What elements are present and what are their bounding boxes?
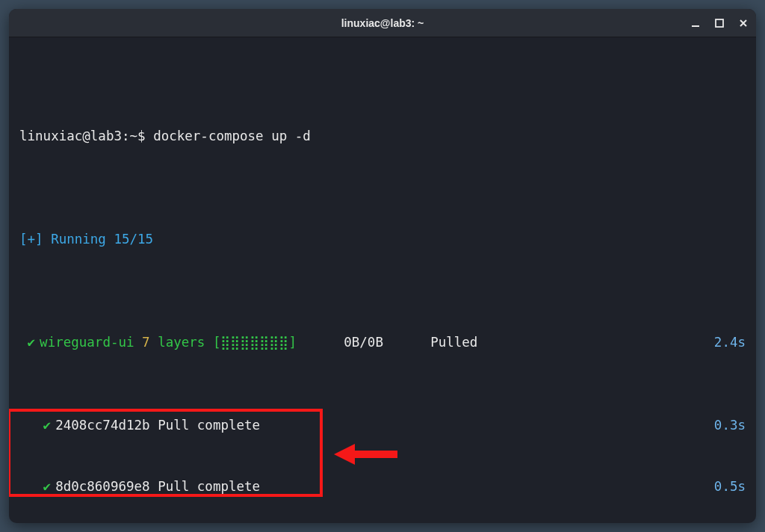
window-controls <box>690 18 749 28</box>
svg-rect-0 <box>692 25 699 27</box>
layer-line: ✔2408cc74d12b Pull complete0.3s <box>19 415 746 436</box>
prompt-line: linuxiac@lab3:~$ docker-compose up -d <box>19 126 746 147</box>
terminal-window: linuxiac@lab3: ~ linuxiac@lab3:~$ docker… <box>9 9 756 523</box>
maximize-button[interactable] <box>714 18 725 28</box>
running-header-1: [+] Running 15/15 <box>19 229 746 250</box>
terminal-body[interactable]: linuxiac@lab3:~$ docker-compose up -d [+… <box>9 37 756 523</box>
duration: 2.4s <box>714 332 746 353</box>
minimize-button[interactable] <box>690 18 701 28</box>
service-header: ✔wireguard-ui 7 layers [⣿⣿⣿⣿⣿⣿⣿] 0B/0B P… <box>19 332 746 353</box>
titlebar: linuxiac@lab3: ~ <box>9 9 756 37</box>
layer-line: ✔8d0c860969e8 Pull complete0.5s <box>19 477 746 498</box>
annotation-arrow-icon <box>334 439 401 469</box>
close-button[interactable] <box>738 18 749 28</box>
svg-rect-1 <box>716 19 723 27</box>
window-title: linuxiac@lab3: ~ <box>341 17 424 29</box>
